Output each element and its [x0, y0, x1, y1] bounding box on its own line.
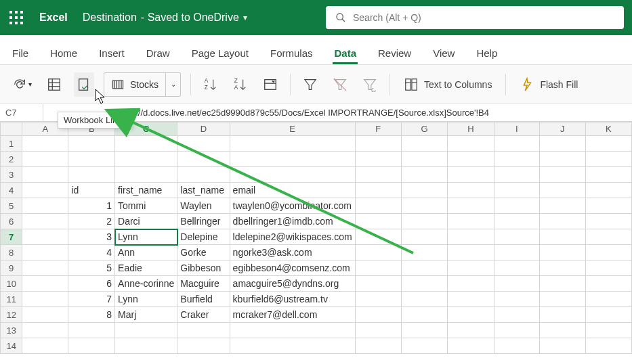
row-header-5[interactable]: 5 — [1, 198, 22, 214]
row-header-9[interactable]: 9 — [1, 260, 22, 276]
cell-G13[interactable] — [401, 323, 447, 338]
cell-G2[interactable] — [401, 152, 447, 167]
cell-C6[interactable]: Darci — [115, 214, 177, 229]
cell-G14[interactable] — [401, 338, 447, 354]
cell-C13[interactable] — [115, 323, 177, 338]
cell-K5[interactable] — [585, 198, 631, 214]
cell-E2[interactable] — [230, 152, 355, 167]
cell-I1[interactable] — [494, 136, 539, 152]
cell-D3[interactable] — [177, 167, 230, 183]
tab-draw[interactable]: Draw — [145, 41, 171, 64]
cell-B7[interactable]: 3 — [68, 229, 115, 245]
column-header-F[interactable]: F — [355, 122, 401, 136]
column-header-K[interactable]: K — [585, 122, 631, 136]
cell-E13[interactable] — [230, 323, 355, 338]
cell-A3[interactable] — [22, 167, 68, 183]
row-header-14[interactable]: 14 — [1, 338, 22, 354]
cell-G8[interactable] — [401, 245, 447, 260]
cell-C10[interactable]: Anne-corinne — [115, 276, 177, 292]
cell-I14[interactable] — [494, 338, 539, 354]
cell-I9[interactable] — [494, 260, 539, 276]
row-header-3[interactable]: 3 — [1, 167, 22, 183]
cell-C9[interactable]: Eadie — [115, 260, 177, 276]
cell-G1[interactable] — [401, 136, 447, 152]
cell-A6[interactable] — [22, 214, 68, 229]
column-header-G[interactable]: G — [401, 122, 447, 136]
refresh-all-button[interactable]: ▾ — [9, 72, 35, 97]
cell-J14[interactable] — [539, 338, 585, 354]
cell-G7[interactable] — [401, 229, 447, 245]
cell-F12[interactable] — [355, 307, 401, 323]
cell-H12[interactable] — [448, 307, 494, 323]
cell-B6[interactable]: 2 — [68, 214, 115, 229]
cell-K1[interactable] — [585, 136, 631, 152]
cell-B12[interactable]: 8 — [68, 307, 115, 323]
cell-K4[interactable] — [585, 183, 631, 198]
search-box[interactable]: Search (Alt + Q) — [326, 6, 624, 29]
cell-F5[interactable] — [355, 198, 401, 214]
cell-A5[interactable] — [22, 198, 68, 214]
cell-J9[interactable] — [539, 260, 585, 276]
cell-I7[interactable] — [494, 229, 539, 245]
cell-D14[interactable] — [177, 338, 230, 354]
cell-J12[interactable] — [539, 307, 585, 323]
column-header-D[interactable]: D — [177, 122, 230, 136]
cell-K6[interactable] — [585, 214, 631, 229]
cell-E14[interactable] — [230, 338, 355, 354]
text-to-columns-button[interactable]: Text to Columns — [400, 72, 496, 97]
cell-K10[interactable] — [585, 276, 631, 292]
cell-F7[interactable] — [355, 229, 401, 245]
cell-B5[interactable]: 1 — [68, 198, 115, 214]
row-header-6[interactable]: 6 — [1, 214, 22, 229]
cell-E3[interactable] — [230, 167, 355, 183]
cell-B1[interactable] — [68, 136, 115, 152]
cell-J4[interactable] — [539, 183, 585, 198]
cell-I2[interactable] — [494, 152, 539, 167]
cell-B4[interactable]: id — [68, 183, 115, 198]
cell-D12[interactable]: Craker — [177, 307, 230, 323]
row-header-4[interactable]: 4 — [1, 183, 22, 198]
row-header-13[interactable]: 13 — [1, 323, 22, 338]
cell-A12[interactable] — [22, 307, 68, 323]
cell-J3[interactable] — [539, 167, 585, 183]
cell-F4[interactable] — [355, 183, 401, 198]
cell-K9[interactable] — [585, 260, 631, 276]
row-header-2[interactable]: 2 — [1, 152, 22, 167]
cell-H14[interactable] — [448, 338, 494, 354]
cell-D11[interactable]: Burfield — [177, 292, 230, 307]
workbook-links-button[interactable] — [74, 72, 94, 97]
cell-E9[interactable]: egibbeson4@comsenz.com — [230, 260, 355, 276]
cell-I5[interactable] — [494, 198, 539, 214]
cell-G6[interactable] — [401, 214, 447, 229]
cell-J2[interactable] — [539, 152, 585, 167]
cell-J7[interactable] — [539, 229, 585, 245]
tab-help[interactable]: Help — [475, 41, 499, 64]
cell-C11[interactable]: Lynn — [115, 292, 177, 307]
cell-C4[interactable]: first_name — [115, 183, 177, 198]
cell-F6[interactable] — [355, 214, 401, 229]
cell-H10[interactable] — [448, 276, 494, 292]
cell-H8[interactable] — [448, 245, 494, 260]
cell-H2[interactable] — [448, 152, 494, 167]
cell-E7[interactable]: ldelepine2@wikispaces.com — [230, 229, 355, 245]
cell-A8[interactable] — [22, 245, 68, 260]
cell-H1[interactable] — [448, 136, 494, 152]
cell-H5[interactable] — [448, 198, 494, 214]
row-header-7[interactable]: 7 — [1, 229, 22, 245]
cell-A1[interactable] — [22, 136, 68, 152]
cell-J10[interactable] — [539, 276, 585, 292]
cell-K2[interactable] — [585, 152, 631, 167]
cell-G3[interactable] — [401, 167, 447, 183]
tab-review[interactable]: Review — [377, 41, 413, 64]
cell-C14[interactable] — [115, 338, 177, 354]
tab-formulas[interactable]: Formulas — [269, 41, 314, 64]
stocks-dropdown[interactable]: ⌄ — [165, 73, 180, 96]
cell-F3[interactable] — [355, 167, 401, 183]
cell-I12[interactable] — [494, 307, 539, 323]
cell-D4[interactable]: last_name — [177, 183, 230, 198]
cell-B11[interactable]: 7 — [68, 292, 115, 307]
document-title[interactable]: Destination - Saved to OneDrive ▾ — [83, 12, 247, 24]
cell-H6[interactable] — [448, 214, 494, 229]
cell-K14[interactable] — [585, 338, 631, 354]
cell-K8[interactable] — [585, 245, 631, 260]
